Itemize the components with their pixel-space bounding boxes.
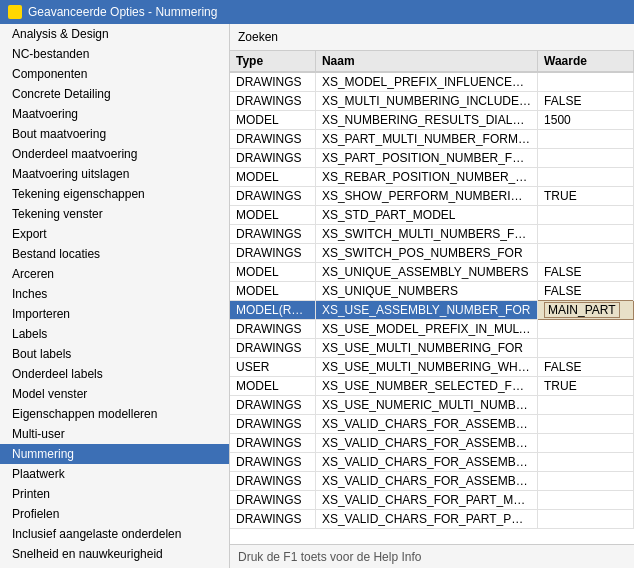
cell-type: MODEL <box>230 263 315 282</box>
cell-type: DRAWINGS <box>230 244 315 263</box>
cell-naam: XS_MULTI_NUMBERING_INCLUDE_... <box>315 92 537 111</box>
table-row[interactable]: DRAWINGSXS_MULTI_NUMBERING_INCLUDE_...FA… <box>230 92 634 111</box>
table-body: DRAWINGSXS_MODEL_PREFIX_INFLUENCES_M...D… <box>230 72 634 529</box>
sidebar-item-16[interactable]: Bout labels <box>0 344 229 364</box>
sidebar-item-0[interactable]: Analysis & Design <box>0 24 229 44</box>
cell-type: DRAWINGS <box>230 415 315 434</box>
sidebar-item-26[interactable]: Snelheid en nauwkeurigheid <box>0 544 229 564</box>
sidebar-item-9[interactable]: Tekening venster <box>0 204 229 224</box>
cell-naam: XS_VALID_CHARS_FOR_ASSEMBLY_... <box>315 434 537 453</box>
cell-type: DRAWINGS <box>230 453 315 472</box>
cell-type: DRAWINGS <box>230 320 315 339</box>
table-row[interactable]: DRAWINGSXS_SWITCH_POS_NUMBERS_FOR <box>230 244 634 263</box>
sidebar-item-24[interactable]: Profielen <box>0 504 229 524</box>
sidebar-item-22[interactable]: Plaatwerk <box>0 464 229 484</box>
cell-type: DRAWINGS <box>230 72 315 92</box>
table-row[interactable]: USERXS_USE_MULTI_NUMBERING_WHE...FALSE <box>230 358 634 377</box>
sidebar-item-12[interactable]: Arceren <box>0 264 229 284</box>
sidebar-item-1[interactable]: NC-bestanden <box>0 44 229 64</box>
sidebar-item-14[interactable]: Importeren <box>0 304 229 324</box>
table-row[interactable]: DRAWINGSXS_VALID_CHARS_FOR_ASSEMBLY_... <box>230 415 634 434</box>
cell-naam: XS_NUMBERING_RESULTS_DIALOG... <box>315 111 537 130</box>
table-row[interactable]: DRAWINGSXS_USE_NUMERIC_MULTI_NUMBE... <box>230 396 634 415</box>
table-header-row: Type Naam Waarde <box>230 51 634 72</box>
table-row[interactable]: DRAWINGSXS_USE_MODEL_PREFIX_IN_MULTI_... <box>230 320 634 339</box>
table-row[interactable]: MODELXS_UNIQUE_ASSEMBLY_NUMBERSFALSE <box>230 263 634 282</box>
main-container: Analysis & DesignNC-bestandenComponenten… <box>0 24 634 568</box>
cell-type: DRAWINGS <box>230 472 315 491</box>
sidebar-item-19[interactable]: Eigenschappen modelleren <box>0 404 229 424</box>
sidebar-item-13[interactable]: Inches <box>0 284 229 304</box>
cell-type: MODEL <box>230 168 315 187</box>
table-row[interactable]: MODELXS_STD_PART_MODEL <box>230 206 634 225</box>
cell-waarde: TRUE <box>538 187 634 206</box>
table-row[interactable]: DRAWINGSXS_VALID_CHARS_FOR_ASSEMBLY_... <box>230 434 634 453</box>
cell-naam: XS_UNIQUE_NUMBERS <box>315 282 537 301</box>
cell-waarde: FALSE <box>538 358 634 377</box>
sidebar-item-11[interactable]: Bestand locaties <box>0 244 229 264</box>
cell-waarde: TRUE <box>538 377 634 396</box>
cell-naam: XS_REBAR_POSITION_NUMBER_FO... <box>315 168 537 187</box>
table-row[interactable]: DRAWINGSXS_SWITCH_MULTI_NUMBERS_FOR <box>230 225 634 244</box>
header-waarde: Waarde <box>538 51 634 72</box>
cell-type: MODEL <box>230 206 315 225</box>
cell-waarde <box>538 339 634 358</box>
cell-waarde <box>538 206 634 225</box>
search-label: Zoeken <box>238 30 278 44</box>
sidebar-item-27[interactable]: Templates & symbolen <box>0 564 229 568</box>
sidebar-item-4[interactable]: Maatvoering <box>0 104 229 124</box>
sidebar-item-25[interactable]: Inclusief aangelaste onderdelen <box>0 524 229 544</box>
cell-type: DRAWINGS <box>230 339 315 358</box>
table-row[interactable]: DRAWINGSXS_PART_POSITION_NUMBER_FOR... <box>230 149 634 168</box>
table-row[interactable]: DRAWINGSXS_SHOW_PERFORM_NUMBERING...TRUE <box>230 187 634 206</box>
table-row[interactable]: DRAWINGSXS_VALID_CHARS_FOR_ASSEMBLY_... <box>230 472 634 491</box>
sidebar-item-3[interactable]: Concrete Detailing <box>0 84 229 104</box>
cell-waarde <box>538 472 634 491</box>
table-row[interactable]: DRAWINGSXS_VALID_CHARS_FOR_ASSEMBLY_... <box>230 453 634 472</box>
table-row[interactable]: MODELXS_REBAR_POSITION_NUMBER_FO... <box>230 168 634 187</box>
table-row[interactable]: MODEL(ROLE)XS_USE_ASSEMBLY_NUMBER_FORMAI… <box>230 301 634 320</box>
table-row[interactable]: DRAWINGSXS_VALID_CHARS_FOR_PART_MUL... <box>230 491 634 510</box>
cell-waarde <box>538 453 634 472</box>
sidebar-item-10[interactable]: Export <box>0 224 229 244</box>
cell-waarde <box>538 130 634 149</box>
sidebar-item-6[interactable]: Onderdeel maatvoering <box>0 144 229 164</box>
cell-type: DRAWINGS <box>230 92 315 111</box>
cell-naam: XS_USE_MULTI_NUMBERING_FOR <box>315 339 537 358</box>
table-row[interactable]: DRAWINGSXS_VALID_CHARS_FOR_PART_POSI... <box>230 510 634 529</box>
sidebar-item-2[interactable]: Componenten <box>0 64 229 84</box>
table-row[interactable]: DRAWINGSXS_USE_MULTI_NUMBERING_FOR <box>230 339 634 358</box>
table-row[interactable]: DRAWINGSXS_MODEL_PREFIX_INFLUENCES_M... <box>230 72 634 92</box>
cell-waarde <box>538 244 634 263</box>
table-row[interactable]: MODELXS_UNIQUE_NUMBERSFALSE <box>230 282 634 301</box>
cell-type: DRAWINGS <box>230 130 315 149</box>
sidebar-item-8[interactable]: Tekening eigenschappen <box>0 184 229 204</box>
sidebar: Analysis & DesignNC-bestandenComponenten… <box>0 24 230 568</box>
cell-naam: XS_VALID_CHARS_FOR_PART_MUL... <box>315 491 537 510</box>
cell-waarde <box>538 168 634 187</box>
bottom-bar-text: Druk de F1 toets voor de Help Info <box>238 550 421 564</box>
sidebar-item-7[interactable]: Maatvoering uitslagen <box>0 164 229 184</box>
sidebar-item-15[interactable]: Labels <box>0 324 229 344</box>
sidebar-item-23[interactable]: Printen <box>0 484 229 504</box>
sidebar-item-20[interactable]: Multi-user <box>0 424 229 444</box>
header-naam: Naam <box>315 51 537 72</box>
content-area: Zoeken Type Naam Waarde DRAWINGSXS_MODEL… <box>230 24 634 568</box>
sidebar-item-21[interactable]: Nummering <box>0 444 229 464</box>
search-bar: Zoeken <box>230 24 634 51</box>
cell-waarde <box>538 491 634 510</box>
sidebar-item-5[interactable]: Bout maatvoering <box>0 124 229 144</box>
table-container[interactable]: Type Naam Waarde DRAWINGSXS_MODEL_PREFIX… <box>230 51 634 544</box>
cell-naam: XS_MODEL_PREFIX_INFLUENCES_M... <box>315 72 537 92</box>
table-row[interactable]: DRAWINGSXS_PART_MULTI_NUMBER_FORMA... <box>230 130 634 149</box>
cell-type: DRAWINGS <box>230 396 315 415</box>
table-row[interactable]: MODELXS_NUMBERING_RESULTS_DIALOG...1500 <box>230 111 634 130</box>
sidebar-item-17[interactable]: Onderdeel labels <box>0 364 229 384</box>
cell-type: DRAWINGS <box>230 491 315 510</box>
sidebar-item-18[interactable]: Model venster <box>0 384 229 404</box>
table-row[interactable]: MODELXS_USE_NUMBER_SELECTED_FOR_...TRUE <box>230 377 634 396</box>
cell-type: MODEL <box>230 282 315 301</box>
cell-type: MODEL <box>230 111 315 130</box>
bottom-bar: Druk de F1 toets voor de Help Info <box>230 544 634 568</box>
cell-waarde <box>538 396 634 415</box>
